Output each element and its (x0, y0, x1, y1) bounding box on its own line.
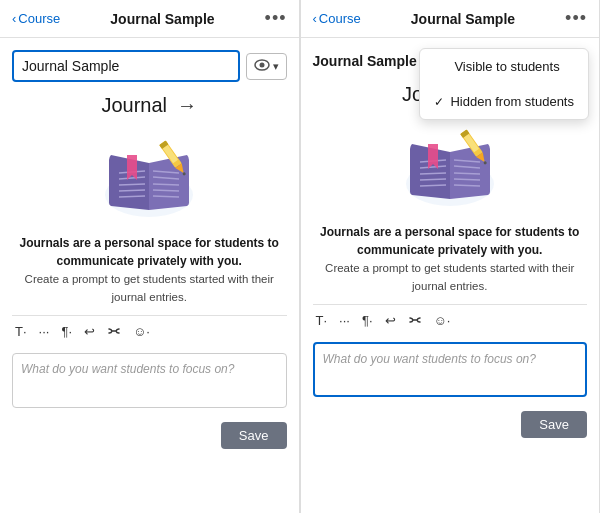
toolbar-para-right[interactable]: ¶· (359, 311, 376, 330)
toolbar-undo-left[interactable]: ↩ (81, 322, 98, 341)
editor-placeholder-left: What do you want students to focus on? (21, 362, 234, 376)
toolbar-link-left[interactable] (104, 324, 124, 338)
toolbar-more-right[interactable]: ··· (336, 311, 353, 330)
svg-line-26 (420, 173, 446, 174)
description-left: Journals are a personal space for studen… (12, 234, 287, 307)
dropdown-visible-label: Visible to students (454, 59, 559, 74)
toolbar-emoji-left[interactable]: ☺· (130, 322, 153, 341)
toolbar-para-left[interactable]: ¶· (58, 322, 75, 341)
left-panel: ‹ Course Journal Sample ••• ▾ Journal → (0, 0, 300, 513)
more-options-left[interactable]: ••• (265, 8, 287, 29)
toolbar-left: T· ··· ¶· ↩ ☺· (12, 315, 287, 345)
back-label-right: Course (319, 11, 361, 26)
check-icon: ✓ (434, 95, 444, 109)
dropdown-visible-students[interactable]: Visible to students (420, 49, 588, 84)
toolbar-undo-right[interactable]: ↩ (382, 311, 399, 330)
svg-line-10 (153, 184, 179, 185)
toolbar-more-left[interactable]: ··· (36, 322, 53, 341)
toolbar-emoji-right[interactable]: ☺· (431, 311, 454, 330)
right-content: Journal Sample ▾ (301, 38, 600, 513)
toolbar-text-left[interactable]: T· (12, 322, 30, 341)
book-illustration-right (313, 124, 588, 209)
svg-line-27 (420, 179, 446, 180)
svg-line-12 (153, 196, 179, 197)
title-row-left: ▾ (12, 50, 287, 82)
title-input-left[interactable] (12, 50, 240, 82)
svg-line-28 (420, 185, 446, 186)
svg-line-7 (119, 196, 145, 197)
eye-icon-left (254, 59, 270, 74)
back-label-left: Course (18, 11, 60, 26)
left-header: ‹ Course Journal Sample ••• (0, 0, 299, 38)
svg-line-11 (153, 190, 179, 191)
journal-heading-row-left: Journal → (12, 94, 287, 117)
dropdown-hidden-students[interactable]: ✓ Hidden from students (420, 84, 588, 119)
description-right: Journals are a personal space for studen… (313, 223, 588, 296)
svg-line-33 (454, 185, 480, 186)
visibility-dropdown: Visible to students ✓ Hidden from studen… (419, 48, 589, 120)
back-chevron-left: ‹ (12, 11, 16, 26)
header-title-right: Journal Sample (411, 11, 515, 27)
back-chevron-right: ‹ (313, 11, 317, 26)
description-bold-right: Journals are a personal space for studen… (320, 225, 579, 257)
svg-line-6 (119, 190, 145, 191)
book-illustration-left (12, 135, 287, 220)
description-normal-right: Create a prompt to get students started … (325, 262, 574, 292)
header-title-left: Journal Sample (110, 11, 214, 27)
left-content: ▾ Journal → (0, 38, 299, 513)
right-header: ‹ Course Journal Sample ••• (301, 0, 600, 38)
visibility-button-left[interactable]: ▾ (246, 53, 287, 80)
right-panel: ‹ Course Journal Sample ••• Journal Samp… (301, 0, 601, 513)
save-row-left: Save (12, 416, 287, 453)
toolbar-text-right[interactable]: T· (313, 311, 331, 330)
journal-heading-left: Journal (101, 94, 167, 117)
toolbar-link-right[interactable] (405, 313, 425, 327)
toolbar-right: T· ··· ¶· ↩ ☺· (313, 304, 588, 334)
save-button-right[interactable]: Save (521, 411, 587, 438)
editor-right[interactable]: What do you want students to focus on? (313, 342, 588, 397)
chevron-icon-left: ▾ (273, 60, 279, 73)
back-button-right[interactable]: ‹ Course (313, 11, 361, 26)
editor-placeholder-right: What do you want students to focus on? (323, 352, 536, 366)
svg-line-5 (119, 184, 145, 185)
svg-point-1 (259, 62, 264, 67)
save-row-right: Save (313, 405, 588, 442)
description-normal-left: Create a prompt to get students started … (25, 273, 274, 303)
arrow-right-left[interactable]: → (177, 94, 197, 117)
description-bold-left: Journals are a personal space for studen… (20, 236, 279, 268)
more-options-right[interactable]: ••• (565, 8, 587, 29)
editor-left[interactable]: What do you want students to focus on? (12, 353, 287, 408)
title-text-right: Journal Sample (313, 53, 417, 69)
svg-line-32 (454, 179, 480, 180)
svg-line-31 (454, 173, 480, 174)
save-button-left[interactable]: Save (221, 422, 287, 449)
dropdown-hidden-label: Hidden from students (450, 94, 574, 109)
back-button-left[interactable]: ‹ Course (12, 11, 60, 26)
